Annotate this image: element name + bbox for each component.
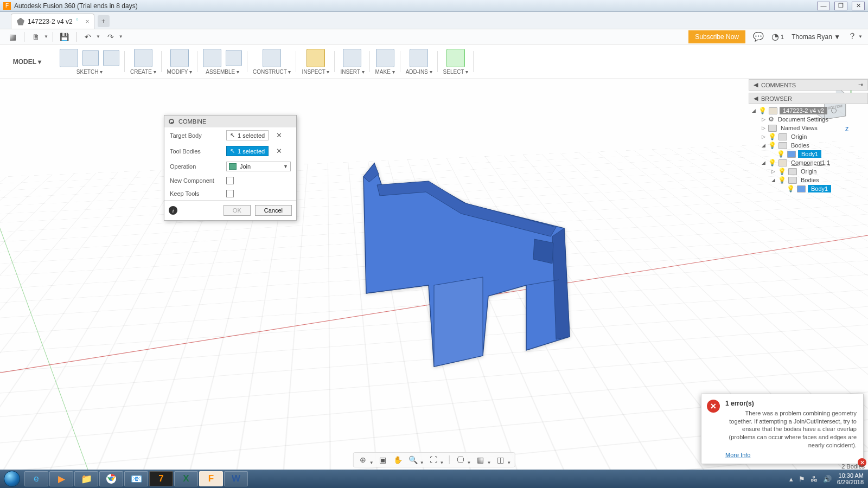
- tray-overflow-icon[interactable]: ▴: [789, 475, 793, 483]
- browser-panel-header[interactable]: ◀BROWSER: [749, 93, 868, 104]
- ribbon-group-addins[interactable]: ADD-INS ▾: [400, 44, 438, 79]
- minimize-button[interactable]: —: [817, 2, 830, 10]
- subscribe-button[interactable]: Subscribe Now: [688, 30, 745, 43]
- more-info-link[interactable]: More Info: [725, 452, 857, 458]
- info-icon[interactable]: i: [169, 206, 177, 215]
- component-icon: [769, 107, 777, 114]
- display-button[interactable]: 🖵: [455, 454, 467, 465]
- taskbar-excel[interactable]: X: [174, 471, 198, 486]
- activate-radio[interactable]: [831, 108, 837, 113]
- toast-title: 1 error(s): [725, 400, 857, 407]
- ribbon-group-make[interactable]: MAKE ▾: [370, 44, 400, 79]
- dialog-titlebar[interactable]: COMBINE: [164, 115, 296, 127]
- taskbar-mediaplayer[interactable]: ▶: [49, 471, 73, 486]
- fit-button[interactable]: ⛶: [427, 454, 439, 465]
- save-button[interactable]: 💾: [58, 31, 72, 43]
- svg-marker-4: [533, 239, 553, 264]
- taskbar-ie[interactable]: e: [24, 471, 48, 486]
- new-component-label: New Component: [170, 177, 222, 184]
- component-icon: [778, 159, 787, 166]
- taskbar-chrome[interactable]: [99, 471, 123, 486]
- taskbar-outlook[interactable]: 📧: [124, 471, 148, 486]
- cursor-icon: ↖: [230, 147, 235, 155]
- maximize-button[interactable]: ❐: [834, 2, 847, 10]
- comments-panel-header[interactable]: ◀COMMENTS⇥: [749, 79, 868, 91]
- tree-bodies2[interactable]: ◢💡 Bodies: [749, 176, 868, 184]
- folder-icon: [778, 142, 787, 149]
- zoom-button[interactable]: 🔍: [407, 454, 419, 465]
- tree-namedviews[interactable]: ▷ Named Views: [749, 124, 868, 132]
- tree-body1[interactable]: 💡 Body1: [749, 150, 868, 158]
- ribbon-group-sketch[interactable]: SKETCH ▾: [54, 44, 125, 79]
- comments-icon[interactable]: 💬: [753, 31, 764, 42]
- ribbon-group-assemble[interactable]: ASSEMBLE ▾: [197, 44, 247, 79]
- data-panel-button[interactable]: ▦: [5, 31, 20, 43]
- start-button[interactable]: [0, 470, 24, 488]
- tray-clock[interactable]: 10:30 AM 6/29/2018: [837, 472, 864, 485]
- close-button[interactable]: ✕: [852, 2, 865, 10]
- ribbon-group-modify[interactable]: MODIFY ▾: [162, 44, 198, 79]
- folder-icon: [788, 177, 797, 184]
- tree-origin[interactable]: ▷💡 Origin: [749, 132, 868, 141]
- gear-icon: ⚙: [768, 115, 774, 123]
- taskbar-fusion[interactable]: F: [199, 471, 223, 486]
- pan-button[interactable]: ✋: [392, 454, 404, 465]
- lookat-button[interactable]: ▣: [377, 454, 389, 465]
- ok-button[interactable]: OK: [224, 205, 251, 216]
- target-body-label: Target Body: [170, 132, 222, 139]
- document-icon: [17, 18, 24, 25]
- tray-flag-icon[interactable]: ⚑: [799, 475, 805, 483]
- tree-root[interactable]: ◢💡 147223-2 v4 v2: [749, 106, 868, 115]
- workspace-switcher[interactable]: MODEL ▾: [0, 44, 54, 79]
- keep-tools-checkbox[interactable]: [226, 190, 234, 197]
- grid-button[interactable]: ▦: [474, 454, 486, 465]
- cancel-button[interactable]: Cancel: [255, 205, 292, 216]
- folder-icon: [778, 133, 787, 140]
- clear-tools-button[interactable]: ✕: [276, 147, 282, 155]
- user-menu[interactable]: Thomas Ryan ▼: [792, 33, 840, 41]
- ribbon-group-inspect[interactable]: INSPECT ▾: [296, 44, 335, 79]
- expand-icon[interactable]: ⇥: [858, 81, 863, 88]
- extensions-icon[interactable]: ◔ 1: [771, 31, 784, 42]
- new-tab-button[interactable]: +: [98, 15, 110, 27]
- document-tab[interactable]: 147223-2 v4 v2 ○ ×: [11, 14, 94, 29]
- ribbon-toolbar: MODEL ▾ SKETCH ▾ CREATE ▾ MODIFY ▾ ASSEM…: [0, 44, 868, 79]
- document-tabbar: 147223-2 v4 v2 ○ × +: [0, 12, 868, 29]
- tree-bodies[interactable]: ◢💡 Bodies: [749, 141, 868, 150]
- target-body-selection[interactable]: ↖ 1 selected: [226, 130, 269, 140]
- tree-body1b[interactable]: 💡 Body1: [749, 184, 868, 193]
- tree-component[interactable]: ◢💡 Component1:1: [749, 158, 868, 167]
- ribbon-group-create[interactable]: CREATE ▾: [125, 44, 162, 79]
- windows-taskbar: e ▶ 📁 📧 7 X F W ▴ ⚑ 🖧 🔊 10:30 AM 6/29/20…: [0, 470, 868, 488]
- taskbar-word[interactable]: W: [224, 471, 248, 486]
- toast-message: There was a problem combining geometry t…: [725, 409, 857, 450]
- ribbon-group-insert[interactable]: INSERT ▾: [335, 44, 369, 79]
- tab-close-icon[interactable]: ×: [86, 18, 90, 25]
- collapse-icon[interactable]: [169, 119, 174, 124]
- taskbar-app1[interactable]: 7: [149, 471, 173, 486]
- help-icon[interactable]: ？▼: [848, 31, 863, 42]
- chevron-down-icon: ▼: [283, 164, 288, 169]
- tray-network-icon[interactable]: 🖧: [810, 475, 818, 483]
- tool-bodies-selection[interactable]: ↖ 1 selected: [226, 146, 269, 156]
- ribbon-group-construct[interactable]: CONSTRUCT ▾: [247, 44, 296, 79]
- ribbon-group-select[interactable]: SELECT ▾: [438, 44, 474, 79]
- viewports-button[interactable]: ◫: [494, 454, 506, 465]
- redo-button[interactable]: ↷: [104, 31, 118, 43]
- tray-volume-icon[interactable]: 🔊: [823, 475, 832, 483]
- file-menu-button[interactable]: 🗎: [29, 31, 43, 43]
- taskbar-explorer[interactable]: 📁: [74, 471, 98, 486]
- new-component-checkbox[interactable]: [226, 177, 234, 184]
- undo-button[interactable]: ↶: [81, 31, 95, 43]
- model-body[interactable]: [336, 123, 608, 374]
- operation-dropdown[interactable]: Join ▼: [226, 162, 291, 171]
- svg-marker-3: [434, 277, 483, 367]
- clear-target-button[interactable]: ✕: [276, 131, 282, 139]
- tree-docsettings[interactable]: ▷⚙ Document Settings: [749, 115, 868, 124]
- error-icon: ✕: [707, 400, 720, 413]
- window-title: Autodesk Fusion 360 (Trial ends in 8 day…: [14, 2, 817, 10]
- tree-origin2[interactable]: ▷💡 Origin: [749, 167, 868, 176]
- cursor-icon: ↖: [230, 132, 235, 139]
- orbit-button[interactable]: ⊕: [357, 454, 369, 465]
- combine-dialog[interactable]: COMBINE Target Body ↖ 1 selected ✕ Tool …: [164, 115, 297, 221]
